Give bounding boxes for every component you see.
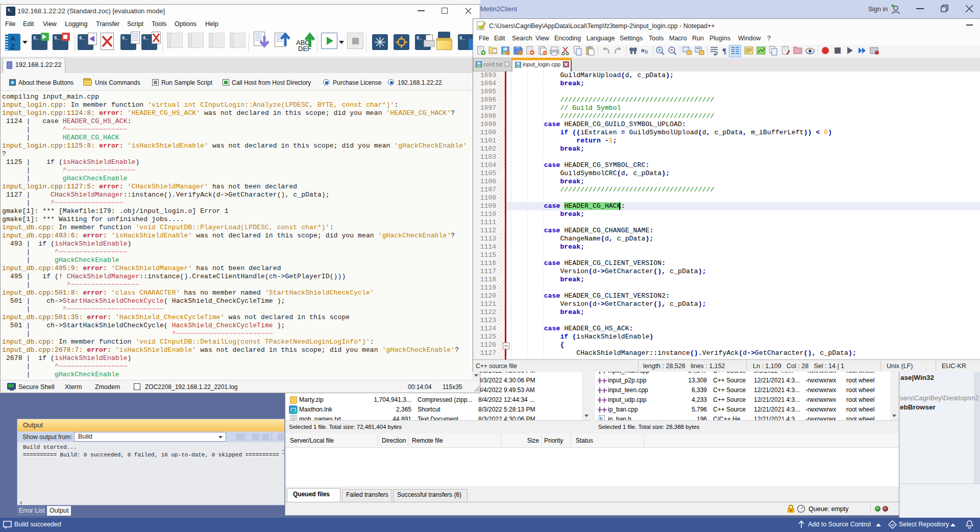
svg-text:a: a <box>641 47 645 53</box>
svg-text:b: b <box>645 49 648 55</box>
svg-text:¶: ¶ <box>722 47 726 55</box>
